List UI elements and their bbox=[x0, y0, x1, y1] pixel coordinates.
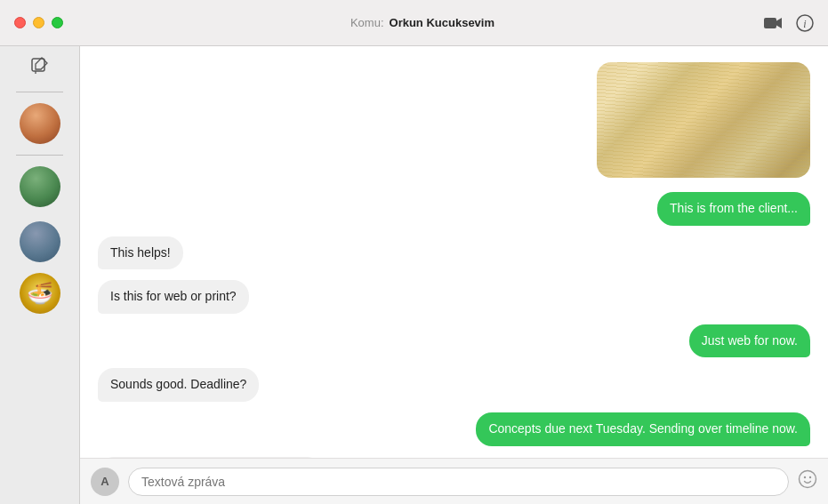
compose-button[interactable] bbox=[30, 57, 50, 81]
title-bar: Komu: Orkun Kucuksevim i bbox=[0, 0, 828, 46]
avatar-1[interactable] bbox=[20, 103, 60, 144]
message-row-2: Is this for web or print? bbox=[98, 280, 810, 314]
avatar-2[interactable] bbox=[20, 166, 60, 207]
info-icon: i bbox=[796, 14, 814, 32]
emoji-icon bbox=[798, 469, 817, 489]
komu-label: Komu: bbox=[350, 16, 384, 29]
bubble-2: Is this for web or print? bbox=[98, 280, 249, 314]
video-icon bbox=[764, 16, 784, 30]
sidebar-divider bbox=[16, 92, 63, 92]
message-input[interactable] bbox=[128, 468, 789, 496]
app-store-button[interactable]: A bbox=[91, 468, 119, 496]
info-button[interactable]: i bbox=[796, 14, 814, 32]
title-bar-actions: i bbox=[764, 14, 814, 32]
compose-icon bbox=[30, 57, 50, 76]
emoji-button[interactable] bbox=[798, 469, 817, 494]
image-attachment bbox=[597, 62, 810, 178]
svg-text:i: i bbox=[803, 18, 806, 30]
bubble-1: This helps! bbox=[98, 236, 183, 270]
bubble-0: This is from the client... bbox=[657, 192, 810, 226]
title-bar-center: Komu: Orkun Kucuksevim bbox=[81, 16, 764, 29]
message-row-image bbox=[98, 62, 810, 181]
input-area: A bbox=[80, 458, 828, 504]
hair-photo bbox=[597, 62, 810, 178]
messages-container: This is from the client... This helps! I… bbox=[80, 46, 828, 458]
app-container: 🍜 This is from the client... This helps! bbox=[0, 0, 828, 504]
sidebar-divider-2 bbox=[16, 155, 63, 156]
traffic-lights bbox=[14, 17, 63, 28]
avatar-4[interactable]: 🍜 bbox=[20, 273, 60, 314]
message-row-0: This is from the client... bbox=[98, 192, 810, 226]
minimize-button[interactable] bbox=[33, 17, 44, 28]
message-row-5: Concepts due next Tuesday. Sending over … bbox=[98, 412, 810, 446]
bubble-5: Concepts due next Tuesday. Sending over … bbox=[476, 412, 810, 446]
svg-point-7 bbox=[809, 476, 811, 477]
recipient-name: Orkun Kucuksevim bbox=[390, 16, 495, 29]
svg-rect-0 bbox=[764, 18, 776, 28]
close-button[interactable] bbox=[14, 17, 26, 28]
avatar-3[interactable] bbox=[20, 221, 60, 262]
message-row-4: Sounds good. Deadline? bbox=[98, 368, 810, 402]
video-call-button[interactable] bbox=[764, 16, 784, 30]
svg-point-6 bbox=[804, 476, 806, 477]
bubble-3: Just web for now. bbox=[689, 324, 810, 358]
app-store-icon: A bbox=[100, 475, 109, 488]
svg-point-5 bbox=[800, 470, 816, 487]
message-row-1: This helps! bbox=[98, 236, 810, 270]
bubble-4: Sounds good. Deadline? bbox=[98, 368, 259, 402]
maximize-button[interactable] bbox=[52, 17, 63, 28]
message-row-3: Just web for now. bbox=[98, 324, 810, 358]
compose-area bbox=[0, 46, 79, 88]
chat-area: This is from the client... This helps! I… bbox=[80, 0, 828, 504]
sidebar: 🍜 bbox=[0, 0, 80, 504]
